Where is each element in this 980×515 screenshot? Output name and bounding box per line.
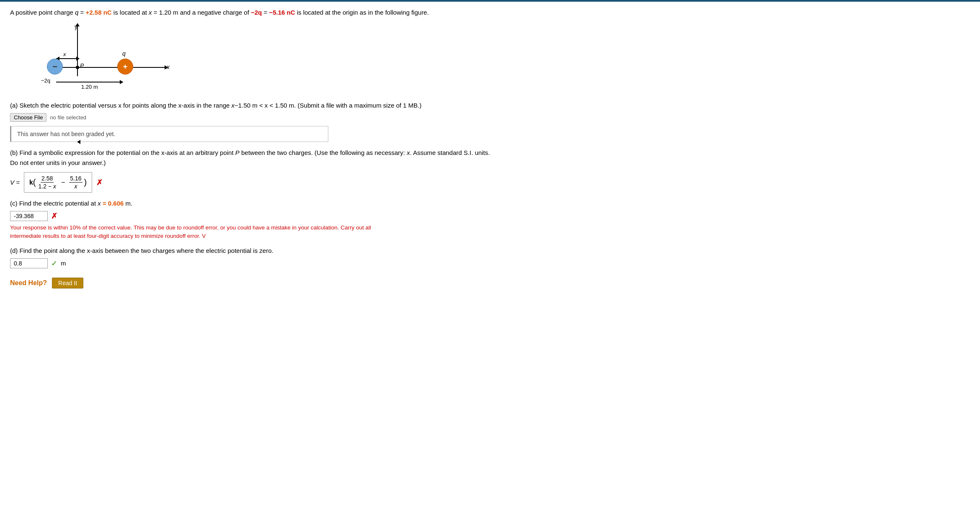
part-c-text: (c) Find the electric potential at	[10, 200, 98, 207]
part-c-section: (c) Find the electric potential at x = 0…	[10, 198, 493, 241]
part-a-label: (a) Sketch the electric potential versus…	[10, 100, 493, 111]
neg-2q-label: −2q	[251, 9, 262, 16]
part-c-xmark: ✗	[51, 211, 57, 221]
part-a-note: (Submit a file with a maximum size of 1 …	[296, 102, 421, 109]
brace-right-arrow	[120, 80, 123, 84]
distance-brace-line	[56, 82, 123, 82]
fraction-1: 2.58 1.2 − x	[38, 175, 57, 190]
formula-minus: −	[61, 179, 65, 186]
part-d-input[interactable]	[10, 258, 48, 268]
neg-text: and a negative charge of	[178, 9, 251, 16]
part-b-text: (b) Find a symbolic expression for the p…	[10, 149, 235, 156]
x-label-intro: x	[149, 9, 152, 16]
neg2q-label-fig: −2q	[41, 77, 50, 84]
formula-open-paren: (	[33, 178, 36, 187]
q-value: +2.58	[86, 9, 102, 16]
part-a-x: x	[232, 102, 235, 109]
part-b-x: x	[407, 149, 410, 156]
neg-unit: nC	[285, 9, 295, 16]
frac2-den: x	[73, 183, 78, 190]
part-c-label: (c) Find the electric potential at x = 0…	[10, 198, 493, 209]
q-eq: =	[78, 9, 85, 16]
negative-charge: −	[47, 59, 63, 75]
read-it-button[interactable]: Read It	[52, 278, 83, 288]
part-b-P: P	[235, 149, 240, 156]
formula-close-paren: )	[84, 178, 87, 187]
part-a-range: −1.50 m < x < 1.50 m.	[235, 102, 296, 109]
graded-box: This answer has not been graded yet.	[10, 126, 328, 142]
choose-file-button[interactable]: Choose File	[10, 113, 46, 122]
part-c-error: Your response is within 10% of the corre…	[10, 224, 395, 241]
part-d-checkmark: ✓	[51, 259, 57, 268]
point-p-dot	[76, 66, 79, 69]
no-file-text: no file selected	[50, 114, 86, 121]
q-unit: nC	[102, 9, 112, 16]
pos-charge-symbol: +	[123, 62, 128, 71]
x-axis-label: x	[167, 64, 170, 70]
part-d-label: (d) Find the point along the x-axis betw…	[10, 246, 493, 256]
x-val: = 1.20 m	[152, 9, 178, 16]
part-b-section: (b) Find a symbolic expression for the p…	[10, 148, 493, 193]
fraction-2: 5.16 x	[69, 175, 82, 190]
neg-val: −5.16	[269, 9, 285, 16]
frac1-den: 1.2 − x	[38, 183, 57, 190]
need-help-row: Need Help? Read It	[10, 278, 493, 288]
part-c-x-unit: m.	[124, 200, 132, 207]
part-c-x-label: x	[98, 200, 101, 207]
problem-intro: A positive point charge q = +2.58 nC is …	[10, 8, 493, 18]
part-a-text: (a) Sketch the electric potential versus…	[10, 102, 232, 109]
part-b-text2: between the two charges. (Use the follow…	[240, 149, 407, 156]
formula-area: V = k ( 2.58 1.2 − x − 5.16 x ) ✗	[10, 172, 493, 193]
q-pos-text: is located at	[112, 9, 149, 16]
intro-text: A positive point charge	[10, 9, 75, 16]
positive-charge: +	[117, 59, 133, 75]
frac2-num: 5.16	[69, 175, 82, 183]
part-d-unit: m	[61, 260, 66, 267]
neg-eq: =	[262, 9, 269, 16]
x-dim-label: x	[63, 51, 66, 57]
file-upload-row: Choose File no file selected	[10, 113, 493, 122]
part-c-x-val: = 0.606	[101, 200, 124, 207]
neg-charge-symbol: −	[52, 62, 57, 72]
neg-pos-text: is located at the origin as in the follo…	[295, 9, 429, 16]
graded-text: This answer has not been graded yet.	[17, 131, 115, 137]
y-axis-label: y	[75, 23, 77, 30]
formula-v: V =	[10, 179, 20, 186]
part-c-input[interactable]	[10, 211, 48, 221]
x-axis	[48, 67, 165, 68]
formula-xmark: ✗	[96, 178, 103, 187]
figure: y x x − P + q −2q 1.20 m	[35, 22, 178, 93]
x-dim-arrow-right	[76, 57, 80, 61]
need-help-label: Need Help?	[10, 279, 47, 287]
formula-box[interactable]: k ( 2.58 1.2 − x − 5.16 x )	[24, 172, 92, 193]
part-c-answer-row: ✗	[10, 211, 493, 221]
q-label-fig: q	[122, 50, 126, 57]
part-d-answer-row: ✓ m	[10, 258, 493, 268]
part-b-label: (b) Find a symbolic expression for the p…	[10, 148, 493, 168]
part-d-section: (d) Find the point along the x-axis betw…	[10, 246, 493, 268]
formula-k: k	[29, 179, 33, 186]
point-p-label: P	[80, 62, 84, 69]
brace-left-arrow	[77, 140, 80, 144]
part-a-section: (a) Sketch the electric potential versus…	[10, 100, 493, 142]
frac1-num: 2.58	[41, 175, 54, 183]
distance-label: 1.20 m	[81, 84, 98, 90]
